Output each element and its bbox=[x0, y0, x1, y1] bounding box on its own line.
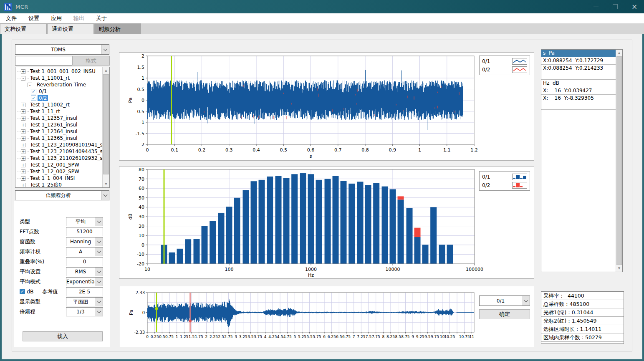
tab-2[interactable]: 通道设置 bbox=[47, 23, 94, 34]
format-filter-input[interactable] bbox=[15, 56, 72, 66]
bar-series-icon bbox=[512, 174, 527, 180]
readout-row[interactable]: X: 16 Y:-8.329305 bbox=[541, 95, 616, 102]
tree-item[interactable]: +Test 1_12365_insul bbox=[16, 135, 102, 141]
tree-scroll-thumb[interactable] bbox=[103, 74, 109, 174]
expand-icon[interactable]: + bbox=[21, 176, 25, 181]
form-input-8[interactable]: 2E-5 bbox=[66, 287, 103, 296]
tree-item[interactable]: -Reverberation Time bbox=[16, 81, 102, 88]
expand-icon[interactable]: + bbox=[21, 129, 25, 134]
tree-item[interactable]: +Test 1_12_002_SPW bbox=[16, 168, 102, 175]
confirm-button[interactable]: 确定 bbox=[479, 309, 530, 319]
tree-item[interactable]: +Test 1_123_211026102932_spw bbox=[16, 155, 102, 162]
readout-header-row[interactable]: s Pa bbox=[541, 50, 616, 57]
chevron-down-icon[interactable] bbox=[522, 296, 530, 305]
tree-item[interactable]: +Test 1_25度0 bbox=[16, 182, 102, 187]
expand-icon[interactable]: + bbox=[21, 163, 25, 167]
scroll-down-icon[interactable]: ▼ bbox=[103, 181, 109, 187]
form-select-1[interactable]: 平均 bbox=[66, 217, 103, 226]
chevron-down-icon[interactable] bbox=[95, 268, 103, 276]
tree-checkbox[interactable]: ✓ bbox=[31, 89, 36, 94]
menu-item-4[interactable]: 输出 bbox=[68, 13, 90, 23]
expand-icon[interactable]: + bbox=[21, 116, 25, 121]
expand-icon[interactable]: + bbox=[21, 69, 25, 74]
svg-text:-10: -10 bbox=[137, 252, 144, 257]
readout-scrollbar[interactable]: ▲ ▼ bbox=[616, 50, 622, 272]
tree-item[interactable]: ✓0/2 bbox=[16, 95, 102, 101]
tree-connector bbox=[25, 105, 29, 105]
scroll-up-icon[interactable]: ▲ bbox=[103, 67, 109, 74]
tree-item[interactable]: ✓0/1 bbox=[16, 88, 102, 95]
tree-item[interactable]: +Test 1_11_rt bbox=[16, 108, 102, 115]
chevron-down-icon[interactable] bbox=[95, 247, 103, 256]
analysis-type-select[interactable]: 倍频程分析 bbox=[15, 190, 109, 200]
chevron-down-icon[interactable] bbox=[95, 217, 103, 226]
chevron-down-icon[interactable] bbox=[101, 191, 109, 200]
tree-item[interactable]: +Test 1_12364_insul bbox=[16, 128, 102, 135]
collapse-icon[interactable]: - bbox=[21, 76, 25, 81]
readout-row[interactable] bbox=[541, 72, 616, 80]
maximize-button[interactable] bbox=[606, 0, 625, 13]
readout-row[interactable]: Hz dB bbox=[541, 80, 616, 87]
chevron-down-icon[interactable] bbox=[95, 298, 103, 306]
readout-row[interactable]: X:0.088254 Y:0.214233 bbox=[541, 65, 616, 72]
tab-1[interactable]: 文档设置 bbox=[0, 23, 47, 34]
form-select-6[interactable]: RMS bbox=[66, 267, 103, 276]
expand-icon[interactable]: + bbox=[21, 123, 25, 127]
form-select-9[interactable]: 平面图 bbox=[66, 297, 103, 306]
tree-item[interactable]: +Test 1_123_210914094435_spw bbox=[16, 148, 102, 155]
svg-text:2.5: 2.5 bbox=[218, 335, 224, 339]
form-select-7[interactable]: Exponential bbox=[66, 277, 103, 286]
tree-item[interactable]: +Test 1_11002_rt bbox=[16, 101, 102, 108]
chevron-down-icon[interactable] bbox=[95, 237, 103, 246]
expand-icon[interactable]: + bbox=[21, 183, 25, 187]
tree-connector bbox=[32, 85, 35, 85]
expand-icon[interactable]: + bbox=[21, 169, 25, 174]
scroll-down-icon[interactable]: ▼ bbox=[616, 265, 622, 272]
menu-item-5[interactable]: 关于 bbox=[90, 13, 113, 23]
form-select-3[interactable]: Hanning bbox=[66, 237, 103, 246]
svg-text:8.5: 8.5 bbox=[395, 335, 401, 339]
form-select-10[interactable]: 1/3 bbox=[66, 307, 103, 316]
chevron-down-icon[interactable] bbox=[101, 45, 109, 54]
cursor-readout-list: s PaX:0.088254 Y:0.172729X:0.088254 Y:0.… bbox=[541, 49, 623, 272]
expand-icon[interactable]: + bbox=[21, 136, 25, 141]
expand-icon[interactable]: + bbox=[21, 143, 25, 147]
form-select-4[interactable]: A bbox=[66, 247, 103, 256]
form-input-5[interactable]: 0 bbox=[66, 257, 103, 266]
chevron-down-icon[interactable] bbox=[95, 308, 103, 316]
tree-checkbox[interactable]: ✓ bbox=[31, 96, 36, 101]
tree-item[interactable]: +Test 1_12361_insul bbox=[16, 121, 102, 128]
close-button[interactable]: × bbox=[625, 0, 644, 13]
channel-select[interactable]: 0/1 bbox=[479, 295, 530, 306]
expand-icon[interactable]: + bbox=[21, 156, 25, 161]
menu-item-2[interactable]: 设置 bbox=[23, 13, 45, 23]
scroll-up-icon[interactable]: ▲ bbox=[616, 50, 622, 56]
expand-icon[interactable]: + bbox=[21, 149, 25, 154]
expand-icon[interactable]: + bbox=[21, 103, 25, 107]
minimize-button[interactable] bbox=[586, 0, 606, 13]
readout-scroll-thumb[interactable] bbox=[616, 56, 622, 265]
tree-item[interactable]: +Test 1_12357_insul bbox=[16, 115, 102, 121]
collapse-icon[interactable]: - bbox=[28, 83, 32, 87]
tree-item[interactable]: +Test 1_1_004_INSI bbox=[16, 175, 102, 182]
readout-row[interactable]: X:0.088254 Y:0.172729 bbox=[541, 57, 616, 65]
form-select-value: RMS bbox=[66, 269, 95, 275]
db-checkbox[interactable]: ✓ bbox=[20, 289, 25, 294]
tree-item[interactable]: -Test 1_11001_rt bbox=[16, 75, 102, 81]
tree-scrollbar[interactable]: ▲ ▼ bbox=[102, 67, 109, 187]
expand-icon[interactable]: + bbox=[21, 109, 25, 114]
file-format-select[interactable]: TDMS bbox=[15, 44, 109, 55]
format-button[interactable]: 格式 bbox=[72, 56, 110, 66]
menu-item-3[interactable]: 应用 bbox=[45, 13, 68, 23]
svg-text:-1.5: -1.5 bbox=[136, 131, 144, 136]
load-button[interactable]: 载入 bbox=[23, 331, 103, 341]
form-input-2[interactable]: 51200 bbox=[66, 227, 103, 236]
readout-row[interactable] bbox=[541, 102, 616, 110]
tab-3[interactable]: 时频分析 bbox=[94, 23, 141, 34]
tree-item[interactable]: +Test 1_001_001_002_INSU bbox=[16, 68, 102, 75]
tree-item[interactable]: +Test 1_123_210908101941_spw bbox=[16, 141, 102, 148]
chevron-down-icon[interactable] bbox=[95, 278, 103, 286]
tree-item[interactable]: +Test 1_12_001_SPW bbox=[16, 162, 102, 168]
readout-row[interactable]: X: 16 Y:0.039427 bbox=[541, 87, 616, 95]
menu-item-1[interactable]: 文件 bbox=[0, 13, 23, 23]
